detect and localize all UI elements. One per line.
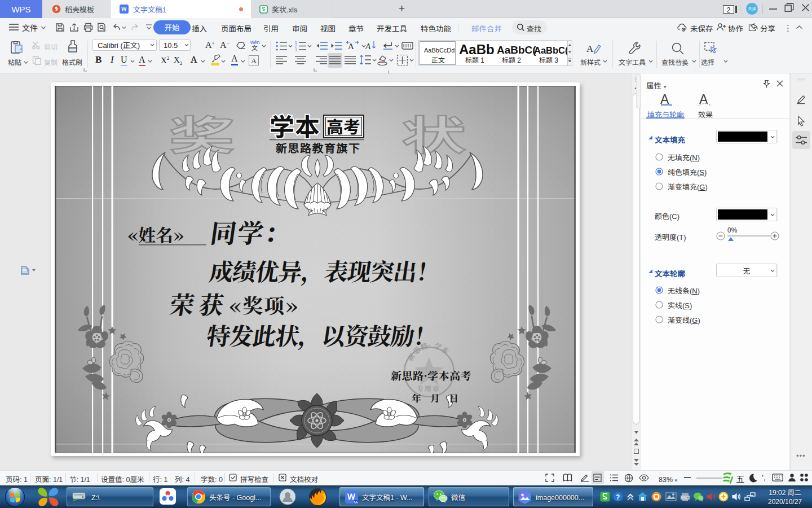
svg-text:A: A (348, 42, 354, 51)
svg-text:A: A (365, 42, 371, 51)
svg-text:3: 3 (295, 48, 297, 52)
svg-text:奖: 奖 (169, 103, 235, 162)
svg-text:新思路·学本高考: 新思路·学本高考 (391, 367, 471, 383)
svg-text:·: · (428, 340, 430, 350)
svg-text:高考: 高考 (326, 113, 360, 138)
svg-text:同学：: 同学： (208, 213, 294, 250)
svg-text:状: 状 (401, 103, 466, 162)
svg-text:特发此状，以资鼓励！: 特发此状，以资鼓励！ (205, 317, 439, 352)
svg-text:成绩优异，表现突出！: 成绩优异，表现突出！ (208, 253, 442, 287)
svg-text:新思路教育旗下: 新思路教育旗下 (276, 139, 361, 156)
svg-text:«奖项»: «奖项» (230, 290, 299, 319)
svg-text:年月日: 年月日 (412, 391, 467, 405)
svg-text:?: ? (616, 493, 620, 501)
svg-text:A: A (586, 43, 594, 54)
svg-text:荣获: 荣获 (168, 286, 232, 321)
svg-text:学本: 学本 (270, 107, 320, 143)
svg-text:«姓名»: «姓名» (128, 221, 184, 247)
